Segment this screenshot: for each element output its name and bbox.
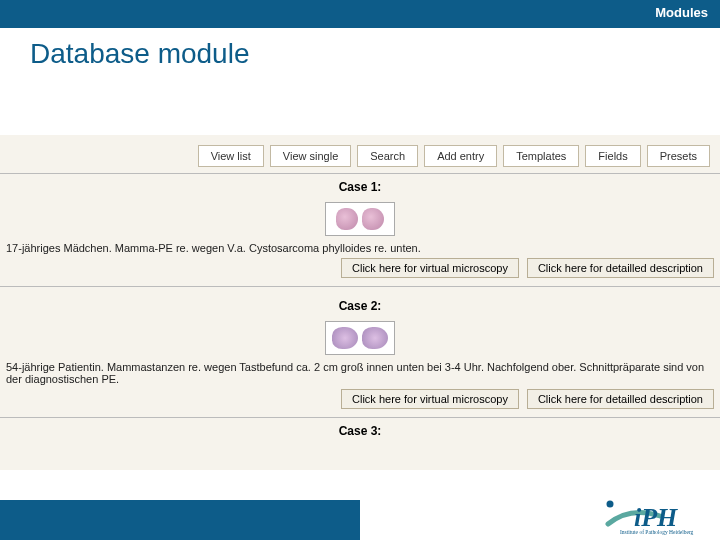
detailed-description-button[interactable]: Click here for detailled description bbox=[527, 258, 714, 278]
detailed-description-button[interactable]: Click here for detailled description bbox=[527, 389, 714, 409]
tab-presets[interactable]: Presets bbox=[647, 145, 710, 167]
case-actions: Click here for virtual microscopy Click … bbox=[0, 389, 720, 418]
tab-search[interactable]: Search bbox=[357, 145, 418, 167]
case-1: Case 1: 17-jähriges Mädchen. Mamma-PE re… bbox=[0, 173, 720, 287]
microscopy-thumbnail[interactable] bbox=[325, 202, 395, 236]
footer: iPH Institute of Pathology Heidelberg bbox=[0, 494, 720, 540]
page-title: Database module bbox=[30, 38, 720, 70]
tab-fields[interactable]: Fields bbox=[585, 145, 640, 167]
thumbnail-row bbox=[0, 200, 720, 242]
svg-text:iPH: iPH bbox=[634, 503, 678, 532]
case-2: Case 2: 54-jährige Patientin. Mammastanz… bbox=[0, 293, 720, 418]
case-description: 17-jähriges Mädchen. Mamma-PE re. wegen … bbox=[0, 242, 720, 258]
tissue-icon bbox=[336, 208, 358, 230]
microscopy-thumbnail[interactable] bbox=[325, 321, 395, 355]
tab-view-single[interactable]: View single bbox=[270, 145, 351, 167]
virtual-microscopy-button[interactable]: Click here for virtual microscopy bbox=[341, 389, 519, 409]
tab-view-list[interactable]: View list bbox=[198, 145, 264, 167]
tissue-icon bbox=[362, 327, 388, 349]
tissue-icon bbox=[362, 208, 384, 230]
tab-bar: View list View single Search Add entry T… bbox=[0, 135, 720, 167]
iph-logo-icon: iPH Institute of Pathology Heidelberg bbox=[600, 494, 710, 536]
case-title: Case 1: bbox=[0, 178, 720, 200]
app-screenshot: View list View single Search Add entry T… bbox=[0, 135, 720, 470]
tab-templates[interactable]: Templates bbox=[503, 145, 579, 167]
svg-point-0 bbox=[607, 501, 614, 508]
case-title: Case 3: bbox=[0, 418, 720, 440]
virtual-microscopy-button[interactable]: Click here for virtual microscopy bbox=[341, 258, 519, 278]
case-description: 54-jährige Patientin. Mammastanzen re. w… bbox=[0, 361, 720, 389]
logo: iPH Institute of Pathology Heidelberg bbox=[600, 494, 710, 536]
case-title: Case 2: bbox=[0, 297, 720, 319]
case-actions: Click here for virtual microscopy Click … bbox=[0, 258, 720, 287]
thumbnail-row bbox=[0, 319, 720, 361]
footer-brand-bar bbox=[0, 500, 360, 540]
logo-subtitle: Institute of Pathology Heidelberg bbox=[620, 529, 694, 535]
header-bar: Modules bbox=[0, 0, 720, 28]
tab-add-entry[interactable]: Add entry bbox=[424, 145, 497, 167]
tissue-icon bbox=[332, 327, 358, 349]
breadcrumb: Modules bbox=[655, 5, 708, 20]
title-area: Database module bbox=[0, 28, 720, 80]
